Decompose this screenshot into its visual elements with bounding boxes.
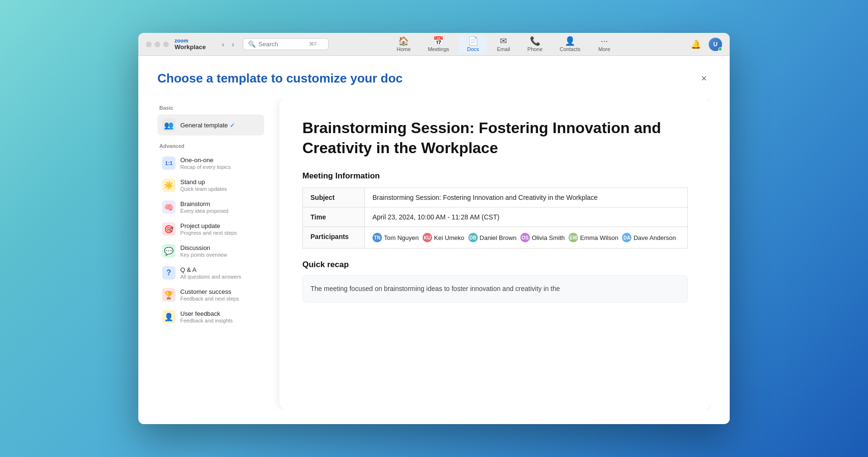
brainstorm-name: Brainstorm (180, 200, 259, 208)
customer-success-desc: Feedback and next steps (180, 296, 259, 301)
one-on-one-desc: Recap of every topics (180, 164, 259, 170)
template-layout: Basic 👥 General template ✓ Adv (157, 99, 711, 409)
maximize-traffic-light[interactable] (163, 42, 169, 47)
modal-title: Choose a template to customize your doc (157, 71, 403, 86)
search-bar[interactable]: 🔍 ⌘F (243, 38, 329, 50)
tab-meetings-label: Meetings (428, 46, 449, 52)
brainstorm-text: Brainstorm Every idea proposed (180, 200, 259, 214)
more-icon: ··· (601, 37, 608, 45)
participants-label: Participants (303, 227, 365, 249)
participant-tn: TN Tom Nguyen (372, 233, 419, 242)
online-status-dot (718, 47, 722, 51)
app-window: zoom Workplace ‹ › 🔍 ⌘F 🏠 Home 📅 Meeting… (138, 33, 730, 424)
participants-list: TN Tom Nguyen KU Kei Umeko DB Daniel Bro… (372, 233, 680, 242)
docs-icon: 📄 (468, 37, 478, 45)
template-item-user-feedback[interactable]: 👤 User feedback Feedback and insights (157, 306, 264, 327)
stand-up-text: Stand up Quick team updates (180, 178, 259, 192)
tab-home[interactable]: 🏠 Home (389, 35, 418, 54)
template-item-project-update[interactable]: 🎯 Project update Progress and next steps (157, 218, 264, 239)
email-icon: ✉ (500, 37, 507, 45)
check-mark: ✓ (230, 122, 235, 129)
modal-container: Choose a template to customize your doc … (138, 56, 730, 424)
template-item-one-on-one[interactable]: 1:1 One-on-one Recap of every topics (157, 153, 264, 174)
tab-email[interactable]: ✉ Email (489, 35, 518, 54)
tab-meetings[interactable]: 📅 Meetings (420, 35, 457, 54)
subject-label: Subject (303, 188, 365, 208)
meetings-icon: 📅 (433, 37, 444, 45)
stand-up-desc: Quick team updates (180, 186, 259, 192)
table-row-time: Time April 23, 2024, 10:00 AM - 11:28 AM… (303, 208, 688, 227)
template-preview: Brainstorming Session: Fostering Innovat… (279, 99, 711, 409)
notification-button[interactable]: 🔔 (689, 37, 703, 52)
brainstorm-desc: Every idea proposed (180, 208, 259, 214)
general-template-text: General template ✓ (180, 122, 259, 129)
discussion-name: Discussion (180, 244, 259, 251)
participant-avatar: TN (372, 233, 382, 242)
user-avatar[interactable]: U (709, 38, 722, 51)
tab-docs[interactable]: 📄 Docs (459, 35, 487, 54)
user-feedback-icon: 👤 (162, 310, 176, 323)
search-icon: 🔍 (248, 41, 256, 48)
qa-icon: ? (162, 266, 176, 280)
time-label: Time (303, 208, 365, 227)
template-item-stand-up[interactable]: ☀️ Stand up Quick team updates (157, 175, 264, 196)
stand-up-name: Stand up (180, 178, 259, 186)
customer-success-icon: 🏆 (162, 288, 176, 301)
tab-more[interactable]: ··· More (590, 35, 619, 54)
zoom-logo-primary: zoom (175, 38, 206, 43)
time-value: April 23, 2024, 10:00 AM - 11:28 AM (CST… (365, 208, 688, 227)
close-traffic-light[interactable] (146, 42, 152, 47)
participant-name: Kei Umeko (434, 234, 465, 241)
template-item-qa[interactable]: ? Q & A All questions and answers (157, 262, 264, 283)
tab-phone-label: Phone (527, 46, 543, 52)
tab-docs-label: Docs (467, 46, 479, 52)
participant-db: DB Daniel Brown (468, 233, 517, 242)
tab-phone[interactable]: 📞 Phone (520, 35, 550, 54)
participant-name: Dave Anderson (633, 234, 676, 241)
participant-avatar: KU (423, 233, 432, 242)
discussion-text: Discussion Key points overview (180, 244, 259, 258)
template-item-customer-success[interactable]: 🏆 Customer success Feedback and next ste… (157, 284, 264, 305)
tab-email-label: Email (497, 46, 510, 52)
template-item-general[interactable]: 👥 General template ✓ (157, 114, 264, 135)
tab-home-label: Home (397, 46, 411, 52)
basic-section-label: Basic (157, 105, 264, 111)
preview-doc-title: Brainstorming Session: Fostering Innovat… (302, 118, 688, 158)
participant-da: DA Dave Anderson (622, 233, 676, 242)
close-button[interactable]: × (697, 71, 711, 86)
back-button[interactable]: ‹ (219, 39, 227, 50)
search-input[interactable] (258, 41, 306, 48)
template-sidebar: Basic 👥 General template ✓ Adv (157, 99, 272, 409)
participant-ku: KU Kei Umeko (423, 233, 465, 242)
general-template-icon: 👥 (162, 118, 176, 132)
participant-name: Emma Wilson (580, 234, 618, 241)
basic-section: Basic (157, 105, 264, 111)
zoom-logo-secondary: Workplace (175, 43, 206, 51)
project-update-text: Project update Progress and next steps (180, 222, 259, 236)
discussion-desc: Key points overview (180, 252, 259, 258)
participants-cell: TN Tom Nguyen KU Kei Umeko DB Daniel Bro… (365, 227, 688, 249)
forward-button[interactable]: › (229, 39, 237, 50)
titlebar-right: 🔔 U (689, 37, 722, 52)
user-feedback-desc: Feedback and insights (180, 318, 259, 323)
participant-ew: EW Emma Wilson (568, 233, 618, 242)
home-icon: 🏠 (398, 37, 409, 45)
subject-value: Brainstorming Session: Fostering Innovat… (365, 188, 688, 208)
qa-name: Q & A (180, 266, 259, 273)
qa-text: Q & A All questions and answers (180, 266, 259, 280)
search-shortcut: ⌘F (309, 41, 318, 47)
template-item-brainstorm[interactable]: 🧠 Brainstorm Every idea proposed (157, 197, 264, 218)
template-item-discussion[interactable]: 💬 Discussion Key points overview (157, 240, 264, 261)
tab-contacts[interactable]: 👤 Contacts (552, 35, 588, 54)
general-template-name: General template ✓ (180, 122, 259, 129)
titlebar: zoom Workplace ‹ › 🔍 ⌘F 🏠 Home 📅 Meeting… (138, 33, 730, 56)
participant-name: Daniel Brown (480, 234, 517, 241)
minimize-traffic-light[interactable] (155, 42, 160, 47)
participant-avatar: DB (468, 233, 478, 242)
recap-box: The meeting focused on brainstorming ide… (302, 275, 688, 302)
tab-more-label: More (599, 46, 610, 52)
one-on-one-text: One-on-one Recap of every topics (180, 156, 259, 170)
modal-header: Choose a template to customize your doc … (157, 71, 711, 86)
brainstorm-icon: 🧠 (162, 200, 176, 214)
phone-icon: 📞 (530, 37, 540, 45)
